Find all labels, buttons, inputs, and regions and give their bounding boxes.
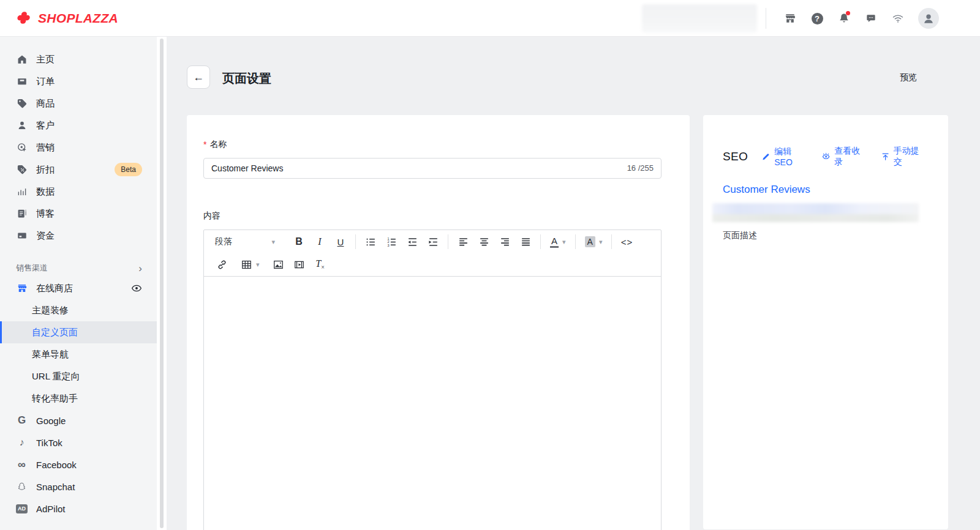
numbered-list-button[interactable]: 123 <box>382 233 401 251</box>
insert-link-button[interactable] <box>213 256 231 274</box>
align-left-button[interactable] <box>454 233 472 251</box>
sidebar-item-conversion-assistant[interactable]: 转化率助手 <box>0 387 157 409</box>
sidebar-scrollbar-thumb[interactable] <box>160 39 164 528</box>
caret-down-icon: ▾ <box>599 238 603 246</box>
outdent-button[interactable] <box>403 233 421 251</box>
sidebar-item-custom-pages[interactable]: 自定义页面 <box>0 321 157 343</box>
tag-icon <box>16 98 28 110</box>
paragraph-style-dropdown[interactable]: 段落 ▾ <box>209 233 281 251</box>
code-view-button[interactable]: <> <box>617 233 636 251</box>
network-status-icon[interactable] <box>891 12 905 25</box>
font-color-button[interactable]: A ▾ <box>546 233 570 251</box>
seo-page-title-preview[interactable]: Customer Reviews <box>723 184 810 196</box>
channel-label: TikTok <box>36 438 62 448</box>
insert-image-button[interactable] <box>270 256 288 274</box>
edit-seo-link[interactable]: 编辑SEO <box>761 146 808 167</box>
sidebar-item-facebook[interactable]: ∞ Facebook <box>0 453 157 476</box>
editor-content-area[interactable] <box>204 277 661 530</box>
online-store-label: 在线商店 <box>36 283 73 294</box>
bold-button[interactable]: B <box>290 233 308 251</box>
sidebar-item-tiktok[interactable]: ♪ TikTok <box>0 431 157 453</box>
sidebar-item-menu-navigation[interactable]: 菜单导航 <box>0 343 157 365</box>
sidebar-item-finance[interactable]: 资金 <box>0 225 157 247</box>
name-input[interactable] <box>203 158 662 179</box>
subitem-label: 菜单导航 <box>32 349 69 360</box>
clear-format-button[interactable]: T× <box>311 256 330 274</box>
subitem-label: 主题装修 <box>32 305 69 316</box>
header-actions: ? <box>642 0 939 37</box>
sidebar-section-sales-channels[interactable]: 销售渠道 › <box>0 259 157 277</box>
sidebar-item-online-store[interactable]: 在线商店 <box>0 277 157 299</box>
back-arrow-icon: ← <box>193 71 204 84</box>
view-store-eye-icon[interactable] <box>131 283 142 294</box>
name-input-wrap: 16 /255 <box>203 158 662 179</box>
sidebar-item-label: 折扣 <box>36 164 55 176</box>
person-icon <box>16 120 28 132</box>
messages-icon[interactable] <box>864 12 878 25</box>
bullet-list-button[interactable] <box>361 233 380 251</box>
seo-card: SEO 编辑SEO 查看收录 手动提交 Customer Reviews <box>703 115 948 529</box>
account-avatar[interactable] <box>918 8 939 29</box>
subitem-label: 自定义页面 <box>32 327 78 338</box>
sidebar-item-home[interactable]: 主页 <box>0 48 157 70</box>
insert-video-button[interactable] <box>290 256 309 274</box>
google-icon: G <box>16 415 28 427</box>
sidebar-item-snapchat[interactable]: Snapchat <box>0 476 157 498</box>
notifications-icon[interactable] <box>837 12 851 25</box>
upload-icon <box>881 152 890 162</box>
storefront-icon[interactable] <box>783 12 797 25</box>
sidebar-item-blog[interactable]: 博客 <box>0 203 157 225</box>
sidebar-item-analytics[interactable]: 数据 <box>0 181 157 203</box>
align-right-button[interactable] <box>496 233 514 251</box>
align-center-button[interactable] <box>475 233 493 251</box>
help-icon[interactable]: ? <box>810 12 824 25</box>
manual-submit-link[interactable]: 手动提交 <box>881 146 926 168</box>
sidebar-item-adpilot[interactable]: AD AdPilot <box>0 498 157 520</box>
tiktok-icon: ♪ <box>16 437 28 449</box>
indent-button[interactable] <box>424 233 442 251</box>
pencil-icon <box>761 152 771 162</box>
justify-button[interactable] <box>516 233 535 251</box>
sidebar-item-label: 博客 <box>36 208 55 220</box>
sidebar-item-discounts[interactable]: 折扣 Beta <box>0 159 157 181</box>
wallet-icon <box>16 230 28 242</box>
sidebar-item-customers[interactable]: 客户 <box>0 114 157 136</box>
sidebar-item-url-redirect[interactable]: URL 重定向 <box>0 365 157 387</box>
page-description-label: 页面描述 <box>723 230 926 241</box>
sales-channels-label: 销售渠道 <box>16 263 48 274</box>
font-color-swatch <box>550 246 559 248</box>
online-store-icon <box>16 283 28 294</box>
required-asterisk: * <box>203 140 206 149</box>
back-button[interactable]: ← <box>187 65 210 89</box>
target-icon <box>16 142 28 154</box>
view-index-link[interactable]: 查看收录 <box>821 146 867 168</box>
sidebar-scrollbar-track[interactable] <box>157 37 167 530</box>
sidebar-item-products[interactable]: 商品 <box>0 92 157 114</box>
sidebar-item-google[interactable]: G Google <box>0 409 157 431</box>
content-field-label: 内容 <box>203 211 662 222</box>
adpilot-icon: AD <box>16 503 28 515</box>
preview-button[interactable]: 预览 <box>900 72 917 83</box>
shoplazza-logo[interactable]: SHOPLAZZA <box>16 0 118 37</box>
channel-label: Facebook <box>36 460 77 470</box>
italic-button[interactable]: I <box>311 233 329 251</box>
caret-down-icon: ▾ <box>256 261 260 269</box>
page-settings-card: * 名称 16 /255 内容 段落 ▾ B I <box>187 115 690 530</box>
sidebar-item-marketing[interactable]: 营销 <box>0 136 157 159</box>
sidebar-item-orders[interactable]: 订单 <box>0 70 157 92</box>
insert-table-button[interactable]: ▾ <box>237 256 263 274</box>
subitem-label: URL 重定向 <box>32 371 80 383</box>
char-counter: 16 /255 <box>627 163 654 173</box>
blog-icon <box>16 208 28 220</box>
sidebar-item-label: 订单 <box>36 76 55 88</box>
sidebar-item-theme-editor[interactable]: 主题装修 <box>0 299 157 321</box>
brand-name: SHOPLAZZA <box>38 11 118 26</box>
subitem-label: 转化率助手 <box>32 393 78 405</box>
channel-label: AdPilot <box>36 504 66 514</box>
underline-button[interactable]: U <box>331 233 350 251</box>
sidebar: 主页 订单 商品 客户 营销 折扣 Beta 数据 博客 <box>0 37 157 530</box>
toolbar-divider <box>448 234 448 249</box>
bar-chart-icon <box>16 186 28 198</box>
orders-icon <box>16 76 28 88</box>
highlight-color-button[interactable]: A ▾ <box>581 233 606 251</box>
